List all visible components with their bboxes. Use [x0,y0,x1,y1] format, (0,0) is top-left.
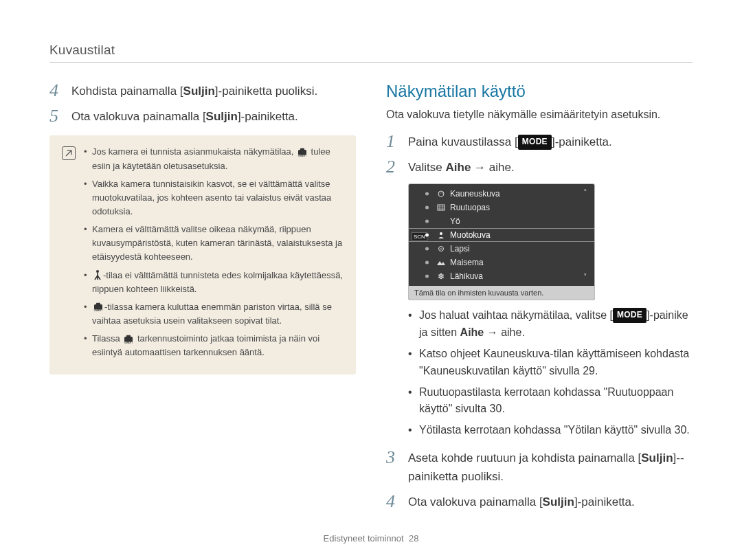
svg-point-18 [440,276,442,277]
text: ]-painiketta. [238,110,298,123]
step-number: 1 [386,133,401,151]
note-icon [62,146,76,160]
svg-point-24 [442,277,444,279]
note-box: Jos kamera ei tunnista asianmukaista näk… [49,135,356,374]
key-shutter: Suljin [183,85,215,98]
svg-point-17 [441,248,442,249]
page: Kuvaustilat 4 Kohdista painamalla [Sulji… [0,0,742,560]
footer-section: Edistyneet toiminnot [324,533,404,544]
page-footer: Edistyneet toiminnot 28 [0,533,742,544]
svg-rect-1 [300,148,304,150]
step-text: Ota valokuva painamalla [Suljin]-painike… [71,107,298,126]
key-shutter: Suljin [206,110,238,123]
svg-point-21 [438,275,440,277]
text: -tilassa kamera kuluttaa enemmän paristo… [92,302,332,326]
svg-point-14 [440,232,442,235]
text: Valitse [408,161,446,174]
svg-rect-8 [126,335,131,337]
info-bullets: Jos haluat vaihtaa näkymätilaa, valitse … [408,307,693,439]
text: Paina kuvaustilassa [ [408,135,518,148]
svg-text:SMART: SMART [297,155,307,157]
bullet-item: Ruutuopastilasta kerrotaan kohdassa "Ruu… [408,384,693,418]
text-strong: Aihe [460,326,484,338]
step-2-right: 2 Valitse Aihe → aihe. [386,158,693,177]
scene-label: Kauneuskuva [450,189,500,199]
note-item: SMART-tilassa kamera kuluttaa enemmän pa… [84,300,344,328]
svg-point-10 [438,191,444,197]
bullet-icon [425,247,429,251]
page-number: 28 [409,533,418,544]
scene-menu-footer: Tämä tila on ihmisten kuvausta varten. [409,286,594,300]
svg-point-20 [440,278,442,280]
text: Jos kamera ei tunnista asianmukaista näk… [92,146,296,157]
note-item: Jos kamera ei tunnista asianmukaista näk… [84,145,344,172]
scene-item-kauneuskuva[interactable]: Kauneuskuva [409,187,594,201]
text: Kohdista painamalla [ [71,85,183,98]
step-number: 4 [386,493,401,511]
right-column: Näkymätilan käyttö Ota valokuva tietylle… [386,82,693,519]
note-item: Kamera ei välttämättä valitse oikeaa näk… [84,223,344,264]
scene-item-lahikuva[interactable]: Lähikuva [409,269,594,283]
section-heading: Näkymätilan käyttö [386,82,693,101]
scene-list: Kauneuskuva Ruutuopas Yö [409,184,594,286]
columns: 4 Kohdista painamalla [Suljin]-painikett… [49,82,693,519]
scene-item-maisema[interactable]: Maisema [409,256,594,269]
step-number: 3 [386,449,401,486]
text: ]-painiketta. [574,495,635,508]
note-item: Vaikka kamera tunnistaisikin kasvot, se … [84,177,344,219]
bullet-icon [425,206,429,210]
note-item: Tilassa SMART tarkennustoiminto jatkaa t… [84,332,344,359]
text: Ota valokuva painamalla [ [71,110,206,123]
text-strong: Aihe [446,161,471,174]
bullet-item: Jos haluat vaihtaa näkymätilaa, valitse … [408,307,693,341]
svg-point-22 [442,275,444,277]
text: → aihe. [484,326,525,338]
scene-item-muotokuva[interactable]: Muotokuva [409,228,594,242]
step-3-right: 3 Aseta kohde ruutuun ja kohdista painam… [386,449,693,486]
scene-label: Muotokuva [450,230,491,240]
svg-point-19 [440,273,442,276]
step-4-left: 4 Kohdista painamalla [Suljin]-painikett… [49,82,356,100]
step-text: Kohdista painamalla [Suljin]-painiketta … [71,82,317,100]
scene-menu-panel: ˄ ˅ SCN Kauneuskuva Ruutuopas [408,183,595,300]
text: ]-painiketta. [552,135,612,148]
smart-icon: SMART [92,302,104,312]
face-icon [436,190,446,198]
person-icon [436,231,446,239]
svg-point-12 [442,193,442,194]
note-item: -tilaa ei välttämättä tunnisteta edes ko… [84,269,344,296]
scene-item-yo[interactable]: Yö [409,214,594,228]
moon-icon [436,217,446,225]
divider [49,62,693,63]
scene-item-ruutuopas[interactable]: Ruutuopas [409,201,594,214]
text: Ota valokuva painamalla [ [408,495,543,508]
frame-icon [436,203,446,212]
svg-point-11 [440,193,440,194]
step-5-left: 5 Ota valokuva painamalla [Suljin]-paini… [49,107,356,126]
key-shutter: Suljin [543,495,574,508]
bullet-icon [425,220,429,223]
text: -tilaa ei välttämättä tunnisteta edes ko… [92,270,343,294]
step-1-right: 1 Paina kuvaustilassa [MODE]-painiketta. [386,133,693,151]
svg-rect-13 [438,205,445,210]
left-column: 4 Kohdista painamalla [Suljin]-painikett… [49,82,356,519]
svg-point-3 [96,270,99,273]
bullet-item: Yötilasta kerrotaan kohdassa "Yötilan kä… [408,422,693,439]
flower-icon [436,272,446,280]
step-text: Aseta kohde ruutuun ja kohdista painamal… [408,449,693,486]
key-shutter: Suljin [641,451,673,464]
svg-point-16 [440,248,440,249]
scene-label: Ruutuopas [450,203,490,212]
text: Aseta kohde ruutuun ja kohdista painamal… [408,451,641,464]
bullet-item: Katso ohjeet Kauneuskuva-tilan käyttämis… [408,346,693,380]
mountain-icon [436,258,446,267]
step-text: Ota valokuva painamalla [Suljin]-painike… [408,493,635,511]
text: Tilassa [92,333,122,344]
bullet-icon [425,192,429,196]
step-number: 2 [386,158,401,177]
text: → aihe. [471,161,514,174]
intro-text: Ota valokuva tietylle näkymälle esimääri… [386,107,693,123]
child-icon [436,245,446,253]
scene-item-lapsi[interactable]: Lapsi [409,242,594,256]
text: ]-painiketta puoliksi. [215,85,317,98]
